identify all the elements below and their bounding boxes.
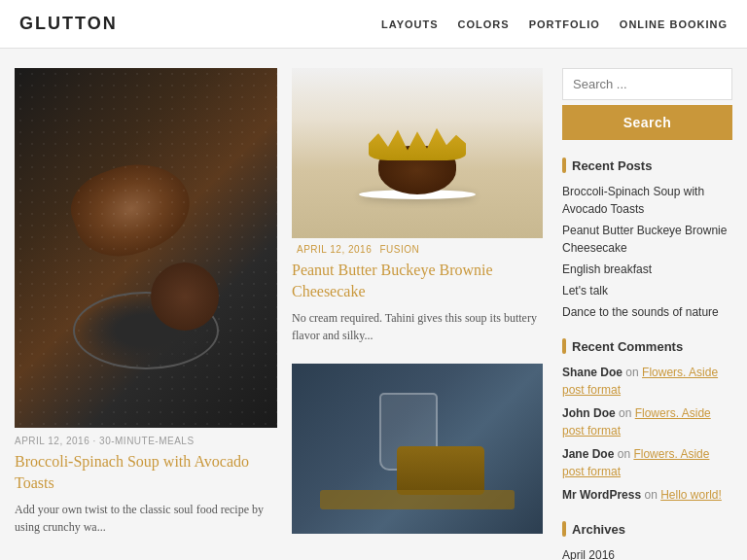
featured-post: APRIL 12, 2016 · 30-MINUTE-MEALS Broccol…: [15, 68, 277, 560]
comment-0: Shane Doe on Flowers. Aside post format: [562, 364, 732, 399]
recent-post-0[interactable]: Broccoli-Spinach Soup with Avocado Toast…: [562, 183, 732, 218]
recent-comments-title: Recent Comments: [562, 338, 732, 354]
recent-posts-title: Recent Posts: [562, 158, 732, 173]
post-image-2: [292, 364, 543, 534]
featured-excerpt: Add your own twist to the classic soul f…: [15, 501, 277, 536]
post-excerpt-1: No cream required. Tahini gives this sou…: [292, 309, 543, 344]
recent-post-2[interactable]: English breakfast: [562, 261, 732, 278]
comment-1: John Doe on Flowers. Aside post format: [562, 404, 732, 439]
burger-image-sim: [292, 68, 543, 238]
sandwich-shape: [397, 446, 484, 495]
main-container: APRIL 12, 2016 · 30-MINUTE-MEALS Broccol…: [0, 49, 747, 560]
board-shape: [320, 490, 515, 509]
archives-widget: Archives April 2016 March 2016: [562, 521, 732, 560]
featured-image: [15, 68, 277, 428]
recent-post-4[interactable]: Dance to the sounds of nature: [562, 303, 732, 321]
nav-booking[interactable]: ONLINE BOOKING: [620, 18, 728, 30]
featured-img-bg: [15, 68, 277, 428]
comment-2: Jane Doe on Flowers. Aside post format: [562, 445, 732, 480]
post-item-1: APRIL 12, 2016 FUSION Peanut Butter Buck…: [292, 68, 543, 344]
dots-overlay: [15, 68, 277, 428]
featured-meta: APRIL 12, 2016 · 30-MINUTE-MEALS: [15, 436, 277, 446]
post-image-1: [292, 68, 543, 238]
recent-posts-widget: Recent Posts Broccoli-Spinach Soup with …: [562, 158, 732, 321]
comment-3: Mr WordPress on Hello world!: [562, 486, 732, 504]
archive-0[interactable]: April 2016: [562, 546, 732, 560]
search-widget: Search: [562, 68, 732, 140]
content-area: APRIL 12, 2016 · 30-MINUTE-MEALS Broccol…: [15, 68, 543, 560]
featured-title[interactable]: Broccoli-Spinach Soup with Avocado Toast…: [15, 451, 277, 495]
bowl-shape: [73, 292, 219, 369]
search-input[interactable]: [562, 68, 732, 100]
drink-image-sim: [292, 364, 543, 534]
main-nav: LAYOUTS COLORS PORTFOLIO ONLINE BOOKING: [381, 18, 728, 30]
archives-title: Archives: [562, 521, 732, 537]
comment-link-3[interactable]: Hello world!: [660, 488, 722, 502]
nav-colors[interactable]: COLORS: [458, 18, 510, 30]
post-title-1[interactable]: Peanut Butter Buckeye Brownie Cheesecake: [292, 260, 543, 303]
recent-post-3[interactable]: Let's talk: [562, 282, 732, 299]
post-item-2: [292, 364, 543, 534]
posts-column: APRIL 12, 2016 FUSION Peanut Butter Buck…: [292, 68, 543, 560]
site-logo: GLUTTON: [19, 14, 118, 34]
site-header: GLUTTON LAYOUTS COLORS PORTFOLIO ONLINE …: [0, 0, 747, 49]
recent-comments-widget: Recent Comments Shane Doe on Flowers. As…: [562, 338, 732, 504]
post-meta-1: APRIL 12, 2016 FUSION: [292, 244, 543, 255]
sidebar: Search Recent Posts Broccoli-Spinach Sou…: [562, 68, 732, 560]
nav-layouts[interactable]: LAYOUTS: [381, 18, 439, 30]
search-button[interactable]: Search: [562, 105, 732, 140]
burger-topping: [369, 126, 466, 160]
nav-portfolio[interactable]: PORTFOLIO: [529, 18, 600, 30]
recent-post-1[interactable]: Peanut Butter Buckeye Brownie Cheesecake: [562, 222, 732, 257]
